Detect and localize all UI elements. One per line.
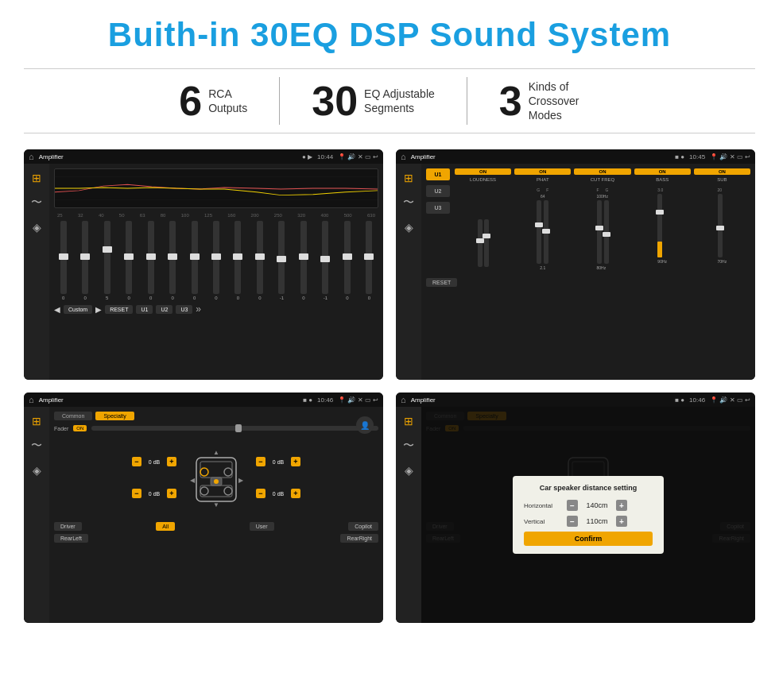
dialog-horizontal-minus[interactable]: − xyxy=(567,500,578,511)
amp-u1-btn[interactable]: U1 xyxy=(426,168,450,180)
amp-cutfreq-on[interactable]: ON xyxy=(574,168,630,175)
fader-label: Fader xyxy=(54,426,68,431)
db-plus-right-top[interactable]: + xyxy=(291,457,300,466)
confirm-button[interactable]: Confirm xyxy=(524,532,653,546)
amp-sidebar-speaker-icon[interactable]: ◈ xyxy=(405,221,413,234)
db-plus-right-bottom[interactable]: + xyxy=(291,489,300,498)
fader-slider[interactable] xyxy=(91,426,378,431)
amp-reset-btn[interactable]: RESET xyxy=(426,278,457,287)
amp-channel-loudness: ON LOUDNESS xyxy=(455,168,511,270)
dialog-dot-icon: ■ ● xyxy=(675,396,684,404)
fader-handle[interactable] xyxy=(235,424,242,432)
spk-all-btn[interactable]: All xyxy=(156,522,175,531)
amp-u2-btn[interactable]: U2 xyxy=(426,185,450,197)
balance-sidebar-wave-icon[interactable]: 〜 xyxy=(31,439,42,453)
amp-sidebar-wave-icon[interactable]: 〜 xyxy=(403,195,414,210)
dialog-horizontal-control: − 140cm + xyxy=(567,500,627,511)
stat-crossover: 3 Kinds ofCrossover Modes xyxy=(467,79,632,123)
eq-slider-12: 0 xyxy=(294,221,312,300)
dialog-vertical-plus[interactable]: + xyxy=(616,516,627,527)
db-plus-left-bottom[interactable]: + xyxy=(167,489,176,498)
spk-user-btn[interactable]: User xyxy=(250,522,274,531)
dialog-horizontal-value: 140cm xyxy=(581,501,613,509)
amp-sidebar-eq-icon[interactable]: ⊞ xyxy=(404,172,413,184)
eq-reset-btn[interactable]: RESET xyxy=(105,305,133,314)
home-icon[interactable]: ⌂ xyxy=(29,152,34,161)
balance-sidebar-eq-icon[interactable]: ⊞ xyxy=(32,415,41,427)
eq-u3-btn[interactable]: U3 xyxy=(176,305,192,314)
eq-slider-15: 0 xyxy=(360,221,378,300)
db-minus-right-top[interactable]: − xyxy=(256,457,265,466)
car-icon-area: ▲ ▼ ◀ ▶ xyxy=(184,438,248,517)
svg-text:▲: ▲ xyxy=(213,449,219,456)
amp-bass-label: BASS xyxy=(656,177,669,182)
db-plus-left-top[interactable]: + xyxy=(167,457,176,466)
amp-u3-btn[interactable]: U3 xyxy=(426,202,450,214)
amp-main-content: U1 U2 U3 ON LOUDNESS xyxy=(421,164,755,380)
eq-next-icon[interactable]: ▶ xyxy=(95,305,102,314)
balance-home-icon[interactable]: ⌂ xyxy=(29,395,34,404)
db-value-left-top: 0 dB xyxy=(143,459,165,465)
eq-slider-1: 0 xyxy=(54,221,72,300)
spk-driver-btn[interactable]: Driver xyxy=(54,522,82,531)
eq-slider-2: 0 xyxy=(76,221,94,300)
eq-time: 10:44 xyxy=(317,153,333,160)
svg-point-10 xyxy=(224,487,232,495)
svg-point-8 xyxy=(224,468,232,476)
eq-u1-btn[interactable]: U1 xyxy=(136,305,153,314)
eq-main-content: 253240506380100125160200250320400500630 … xyxy=(49,164,383,380)
stat-number-rca: 6 xyxy=(179,80,202,122)
fader-row: Fader ON 👤 xyxy=(54,425,378,431)
balance-status-bar: ⌂ Amplifier ■ ● 10:46 📍 🔊 ✕ ▭ ↩ xyxy=(24,393,383,407)
amp-screen-content: ⊞ 〜 ◈ U1 U2 U3 xyxy=(396,164,755,380)
fader-on-badge[interactable]: ON xyxy=(73,425,87,431)
balance-dot-icon: ■ ● xyxy=(303,396,312,404)
dialog-sidebar-wave-icon[interactable]: 〜 xyxy=(403,439,414,453)
db-minus-left-top[interactable]: − xyxy=(132,457,141,466)
dialog-time: 10:46 xyxy=(689,396,705,404)
dialog-home-icon[interactable]: ⌂ xyxy=(401,395,406,404)
eq-status-bar: ⌂ Amplifier ● ▶ 10:44 📍 🔊 ✕ ▭ ↩ xyxy=(24,149,383,164)
dialog-vertical-minus[interactable]: − xyxy=(567,516,578,527)
db-minus-left-bottom[interactable]: − xyxy=(132,489,141,498)
eq-screen-title: Amplifier xyxy=(39,153,297,160)
dialog-status-icons: 📍 🔊 ✕ ▭ ↩ xyxy=(710,396,750,404)
dialog-horizontal-plus[interactable]: + xyxy=(616,500,627,511)
dialog-sidebar-speaker-icon[interactable]: ◈ xyxy=(405,464,413,477)
amp-left-sidebar: ⊞ 〜 ◈ xyxy=(396,164,421,380)
spk-rearleft-btn[interactable]: RearLeft xyxy=(54,534,88,543)
speaker-col-right: − 0 dB + − 0 dB + xyxy=(256,457,300,498)
eq-custom-btn[interactable]: Custom xyxy=(64,305,92,314)
dialog-left-sidebar: ⊞ 〜 ◈ xyxy=(396,407,421,623)
spk-rearright-btn[interactable]: RearRight xyxy=(340,534,378,543)
db-value-left-bottom: 0 dB xyxy=(143,491,165,497)
amp-sub-on[interactable]: ON xyxy=(694,168,750,175)
dialog-title: Car speaker distance setting xyxy=(524,484,653,492)
amp-screen-inner: U1 U2 U3 ON LOUDNESS xyxy=(426,168,750,270)
eq-sidebar-eq-icon[interactable]: ⊞ xyxy=(32,172,41,184)
svg-point-9 xyxy=(200,487,208,495)
amp-home-icon[interactable]: ⌂ xyxy=(401,152,406,161)
eq-controls: ◀ Custom ▶ RESET U1 U2 U3 » xyxy=(54,304,378,315)
dialog-sidebar-eq-icon[interactable]: ⊞ xyxy=(404,415,413,427)
eq-prev-icon[interactable]: ◀ xyxy=(54,305,60,314)
eq-sidebar-speaker-icon[interactable]: ◈ xyxy=(33,221,41,234)
eq-sidebar-wave-icon[interactable]: 〜 xyxy=(31,195,42,210)
db-control-right-bottom: − 0 dB + xyxy=(256,489,300,498)
amp-loudness-on[interactable]: ON xyxy=(455,168,511,175)
db-value-right-bottom: 0 dB xyxy=(267,491,289,497)
balance-sidebar-speaker-icon[interactable]: ◈ xyxy=(33,464,41,477)
stat-label-eq: EQ AdjustableSegments xyxy=(364,87,435,115)
eq-more-icon[interactable]: » xyxy=(196,304,201,315)
db-value-right-top: 0 dB xyxy=(267,459,289,465)
spk-copilot-btn[interactable]: Copilot xyxy=(348,522,378,531)
eq-u2-btn[interactable]: U2 xyxy=(156,305,172,314)
amp-phat-on[interactable]: ON xyxy=(514,168,571,175)
tab-specialty[interactable]: Specialty xyxy=(95,412,134,420)
db-minus-right-bottom[interactable]: − xyxy=(256,489,265,498)
amp-bass-on[interactable]: ON xyxy=(634,168,691,175)
user-icon-btn[interactable]: 👤 xyxy=(356,416,374,434)
balance-left-sidebar: ⊞ 〜 ◈ xyxy=(24,407,49,623)
tab-common[interactable]: Common xyxy=(54,412,92,420)
svg-text:▶: ▶ xyxy=(238,477,244,484)
